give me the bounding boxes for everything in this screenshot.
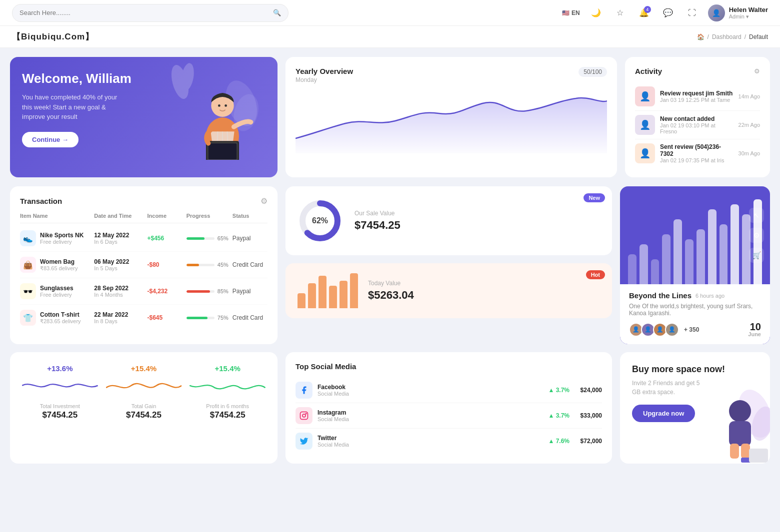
progress-pct: 85%: [218, 288, 228, 294]
activity-item: 👤 Review request jim Smith Jan 03 19 12:…: [635, 82, 760, 111]
messages-icon[interactable]: 💬: [660, 5, 676, 21]
big-bar-chart: [628, 199, 762, 284]
chart-cursor-icon[interactable]: ↖: [749, 208, 764, 223]
activity-item-sub: Jan 02 19 03:10 PM at Fresno: [660, 122, 734, 134]
social-sub: Social Media: [318, 442, 349, 448]
activity-item-title: Sent review (504)236-7302: [660, 143, 734, 157]
today-info: Today Value $5263.04: [368, 280, 414, 302]
language-selector[interactable]: 🇺🇸 EN: [562, 9, 580, 16]
expand-icon[interactable]: ⛶: [684, 5, 700, 21]
bar-chart-bar-3: [662, 234, 670, 284]
item-date: 28 Sep 2022: [94, 285, 143, 292]
col-item-name: Item Name: [20, 213, 90, 219]
item-date: 06 May 2022: [94, 258, 143, 265]
chart-cart-icon[interactable]: 🛒: [749, 248, 764, 263]
brand-logo: 【Biqubiqu.Com】: [12, 31, 94, 42]
activity-settings-icon[interactable]: ⚙: [754, 67, 760, 75]
user-info[interactable]: 👤 Helen Walter Admin ▾: [708, 4, 768, 21]
bar-chart-card: ↖ ⚙ 🛒 Beyond the Lines 6 hours ago One O…: [620, 186, 770, 344]
stat-value: $7454.25: [106, 410, 182, 420]
item-name-cell: 👜 Women Bag ₹83.65 delivery: [20, 257, 90, 273]
progress-cell: 75%: [186, 315, 228, 321]
continue-button[interactable]: Continue →: [22, 132, 78, 147]
sale-value-card: New 62% Our Sale Value $7454.25: [286, 186, 612, 255]
notifications-icon[interactable]: 🔔 4: [636, 5, 652, 21]
item-days: In 4 Months: [94, 292, 143, 298]
sale-info: Our Sale Value $7454.25: [354, 210, 400, 232]
flag-icon: 🇺🇸: [562, 9, 570, 16]
progress-fill: [186, 237, 205, 240]
date-cell: 06 May 2022 In 5 Days: [94, 258, 143, 271]
stat-label: Total Investment: [22, 403, 98, 409]
bar-5: [340, 281, 348, 308]
bar-chart-bar-4: [674, 219, 682, 284]
col-status: Status: [232, 213, 268, 219]
social-text: Instagram Social Media: [318, 409, 349, 422]
activity-item: 👤 Sent review (504)236-7302 Jan 02 19 07…: [635, 139, 760, 167]
notification-badge: 4: [644, 6, 651, 13]
chart-settings-icon[interactable]: ⚙: [749, 228, 764, 243]
home-icon[interactable]: 🏠: [697, 33, 704, 40]
welcome-card: Welcome, William You have completed 40% …: [10, 57, 278, 177]
today-value-card: Hot Today Value $5263.04: [286, 263, 612, 318]
item-sub: ₹283.65 delivery: [40, 318, 81, 325]
status-cell: Credit Card: [232, 314, 268, 321]
search-input[interactable]: [20, 9, 269, 16]
buy-space-title: Buy more space now!: [632, 364, 758, 375]
breadcrumb-separator1: /: [708, 33, 709, 40]
favorites-icon[interactable]: ☆: [612, 5, 628, 21]
upgrade-button[interactable]: Upgrade now: [632, 405, 695, 422]
yearly-title: Yearly Overview: [296, 67, 353, 75]
status-cell: Credit Card: [232, 261, 268, 268]
item-icon: 👜: [20, 257, 36, 273]
breadcrumb-bar: 【Biqubiqu.Com】 🏠 / Dashboard / Default: [0, 26, 780, 48]
social-icon-ig: [296, 407, 312, 424]
social-growth: ▲ 3.7%: [548, 412, 570, 419]
svg-point-18: [306, 413, 306, 414]
item-sub: ₹83.65 delivery: [40, 265, 78, 272]
breadcrumb-dashboard[interactable]: Dashboard: [712, 33, 742, 40]
date-cell: 22 Mar 2022 In 8 Days: [94, 311, 143, 324]
bar-3: [318, 276, 326, 308]
item-sub: Free delivery: [40, 239, 84, 245]
stats-card: +13.6% Total Investment $7454.25 +15.4% …: [10, 352, 278, 464]
item-date: 22 Mar 2022: [94, 311, 143, 318]
item-name-cell: 👕 Cotton T-shirt ₹283.65 delivery: [20, 310, 90, 326]
stat-item-0: +13.6% Total Investment $7454.25: [22, 364, 98, 452]
activity-text: New contact added Jan 02 19 03:10 PM at …: [660, 115, 734, 134]
svg-rect-22: [729, 421, 751, 446]
col-income: Income: [148, 213, 182, 219]
stat-pct: +15.4%: [190, 364, 266, 373]
activity-title: Activity: [635, 67, 662, 75]
progress-pct: 45%: [218, 262, 228, 268]
transaction-settings-icon[interactable]: ⚙: [260, 196, 268, 206]
stat-value: $7454.25: [190, 410, 266, 420]
welcome-title: Welcome, William: [22, 71, 132, 86]
bar-chart-bar-0: [628, 254, 636, 284]
item-date: 12 May 2022: [94, 232, 143, 239]
svg-rect-26: [749, 449, 768, 463]
item-days: In 8 Days: [94, 318, 143, 324]
stat-label: Total Gain: [106, 403, 182, 409]
activity-item-title: New contact added: [660, 115, 734, 122]
item-days: In 6 Days: [94, 239, 143, 245]
social-name: Twitter: [318, 435, 349, 442]
avatar-4: 👤: [665, 323, 679, 337]
svg-rect-23: [730, 444, 739, 459]
activity-time: 22m Ago: [738, 122, 760, 128]
transaction-card: Transaction ⚙ Item Name Date and Time In…: [10, 186, 278, 344]
social-revenue: $24,000: [574, 387, 602, 394]
date-cell: 28 Sep 2022 In 4 Months: [94, 285, 143, 298]
search-bar[interactable]: 🔍: [12, 4, 288, 22]
svg-rect-16: [300, 412, 308, 420]
progress-fill: [186, 290, 210, 293]
item-details: Women Bag ₹83.65 delivery: [40, 258, 78, 272]
income-cell: -$80: [148, 261, 182, 268]
today-bar-chart: [298, 273, 358, 308]
topnav: 🔍 🇺🇸 EN 🌙 ☆ 🔔 4 💬 ⛶ 👤 Helen Walter Admin…: [0, 0, 780, 26]
beyond-date: 10 June: [748, 322, 761, 337]
bar-6: [350, 273, 358, 308]
theme-toggle[interactable]: 🌙: [588, 5, 604, 21]
transaction-title: Transaction: [20, 197, 62, 205]
income-cell: +$456: [148, 235, 182, 242]
